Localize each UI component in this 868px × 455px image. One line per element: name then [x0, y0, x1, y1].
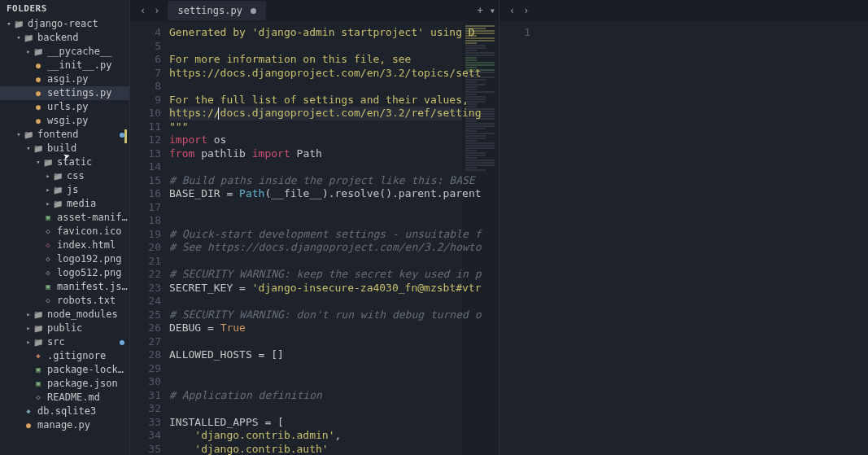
file-item[interactable]: ▸robots.txt — [0, 294, 129, 308]
folder-item[interactable]: ▸src — [0, 335, 129, 349]
code-line[interactable]: Generated by 'django-admin startproject'… — [169, 26, 499, 40]
line-number: 1 — [499, 26, 530, 40]
file-item[interactable]: ▸manifest.json — [0, 280, 129, 294]
code-line[interactable]: https://docs.djangoproject.com/en/3.2/to… — [169, 67, 499, 81]
tab-prev-icon[interactable]: ‹ — [506, 5, 518, 16]
chevron-right-icon[interactable]: ▸ — [24, 308, 33, 322]
code-content[interactable] — [539, 21, 868, 455]
code-line[interactable] — [169, 335, 499, 349]
code-line[interactable]: ALLOWED_HOSTS = [] — [169, 348, 499, 362]
code-line[interactable]: # See https://docs.djangoproject.com/en/… — [169, 241, 499, 255]
file-item[interactable]: ▸.gitignore — [0, 349, 129, 363]
file-item[interactable]: ▸logo192.png — [0, 252, 129, 266]
code-line[interactable] — [169, 80, 499, 94]
line-number: 18 — [130, 214, 161, 228]
chevron-down-icon[interactable]: ▾ — [15, 31, 23, 45]
code-line[interactable]: """ — [169, 120, 499, 134]
code-line[interactable]: 'django.contrib.auth' — [169, 443, 499, 456]
file-item[interactable]: ▸urls.py — [0, 100, 129, 114]
code-line[interactable]: # Quick-start development settings - uns… — [169, 228, 499, 242]
json-icon — [42, 211, 54, 225]
file-item[interactable]: ▸logo512.png — [0, 266, 129, 280]
file-item[interactable]: ▸package.json — [0, 377, 129, 391]
chevron-down-icon[interactable]: ▾ — [15, 128, 23, 142]
chevron-down-icon[interactable]: ▾ — [34, 155, 42, 169]
tree-item-label: asset-manifest… — [57, 211, 129, 225]
file-item[interactable]: ▸index.html — [0, 238, 129, 252]
code-line[interactable]: from pathlib import Path — [169, 147, 499, 161]
folder-item[interactable]: ▸js — [0, 183, 129, 197]
html-icon — [42, 238, 54, 252]
file-item[interactable]: ▸wsgi.py — [0, 114, 129, 128]
text-cursor — [218, 107, 219, 120]
file-item[interactable]: ▸package-lock.json — [0, 363, 129, 377]
file-item[interactable]: ▸__init__.py — [0, 59, 129, 72]
file-item[interactable]: ▸asset-manifest… — [0, 211, 129, 225]
code-line[interactable]: import os — [169, 133, 499, 147]
chevron-down-icon[interactable]: ▾ — [24, 142, 33, 155]
code-line[interactable] — [169, 201, 499, 215]
line-number: 17 — [130, 201, 161, 215]
code-line[interactable]: # SECURITY WARNING: don't run with debug… — [169, 308, 499, 322]
code-line[interactable] — [169, 160, 499, 174]
folder-icon — [52, 197, 63, 211]
code-line[interactable] — [169, 375, 499, 389]
code-line[interactable] — [169, 402, 499, 416]
file-item[interactable]: ▸manage.py — [0, 418, 129, 432]
code-line[interactable]: For more information on this file, see — [169, 53, 499, 67]
code-line[interactable]: # Application definition — [169, 389, 499, 403]
code-line[interactable]: For the full list of settings and their … — [169, 94, 499, 107]
folder-item[interactable]: ▾fontend — [0, 128, 129, 142]
file-item[interactable]: ▸favicon.ico — [0, 225, 129, 238]
file-icon — [33, 391, 44, 405]
chevron-right-icon[interactable]: ▸ — [24, 335, 33, 349]
code-line[interactable] — [169, 295, 499, 308]
code-line[interactable] — [169, 40, 499, 54]
tab-prev-icon[interactable]: ‹ — [137, 5, 149, 16]
code-line[interactable]: INSTALLED_APPS = [ — [169, 416, 499, 430]
tab-menu-icon[interactable]: ▾ — [486, 5, 499, 16]
git-icon — [33, 349, 44, 363]
folder-item[interactable]: ▾backend — [0, 31, 129, 45]
line-number: 16 — [130, 187, 161, 201]
file-item[interactable]: ▸asgi.py — [0, 72, 129, 86]
code-line[interactable]: SECRET_KEY = 'django-insecure-za4030_fn@… — [169, 282, 499, 295]
code-line[interactable] — [169, 362, 499, 376]
code-line[interactable]: # Build paths inside the project like th… — [169, 174, 499, 188]
chevron-right-icon[interactable]: ▸ — [44, 169, 52, 183]
tab-next-icon[interactable]: › — [520, 5, 532, 16]
line-number: 29 — [130, 362, 161, 376]
file-item[interactable]: ▸db.sqlite3 — [0, 405, 129, 418]
file-item[interactable]: ▸README.md — [0, 391, 129, 405]
folder-item[interactable]: ▸public — [0, 322, 129, 335]
folder-item[interactable]: ▸node_modules — [0, 308, 129, 322]
folder-item[interactable]: ▸css — [0, 169, 129, 183]
code-area-left[interactable]: 4567891011121314151617181920212223242526… — [130, 21, 499, 455]
code-area-right[interactable]: 1 — [499, 21, 868, 455]
folder-item[interactable]: ▸__pycache__ — [0, 45, 129, 59]
folder-item[interactable]: ▸media — [0, 197, 129, 211]
code-line[interactable]: 'django.contrib.admin', — [169, 429, 499, 443]
code-line[interactable]: # SECURITY WARNING: keep the secret key … — [169, 268, 499, 282]
chevron-down-icon[interactable]: ▾ — [5, 17, 13, 31]
line-number: 23 — [130, 282, 161, 295]
tab-add-icon[interactable]: + — [474, 5, 486, 16]
code-line[interactable] — [169, 214, 499, 228]
chevron-right-icon[interactable]: ▸ — [44, 183, 52, 197]
tab-next-icon[interactable]: › — [150, 5, 163, 16]
folder-item[interactable]: ▾django-react — [0, 17, 129, 31]
code-line[interactable] — [169, 255, 499, 269]
chevron-right-icon[interactable]: ▸ — [44, 197, 52, 211]
editor-pane-left: ‹ › settings.py + ▾ 45678910111213141516… — [130, 0, 499, 455]
folder-icon — [23, 128, 34, 142]
tab-settings-py[interactable]: settings.py — [168, 1, 265, 20]
chevron-right-icon[interactable]: ▸ — [24, 45, 33, 59]
tree-item-label: asgi.py — [47, 72, 129, 86]
tree-item-label: __init__.py — [47, 59, 129, 72]
code-line[interactable]: BASE_DIR = Path(__file__).resolve().pare… — [169, 187, 499, 201]
chevron-right-icon[interactable]: ▸ — [24, 322, 33, 335]
code-content[interactable]: Generated by 'django-admin startproject'… — [169, 21, 499, 455]
file-tree[interactable]: ▾django-react▾backend▸__pycache__▸__init… — [0, 17, 129, 455]
code-line[interactable]: DEBUG = True — [169, 322, 499, 335]
file-item[interactable]: ▸settings.py — [0, 86, 129, 100]
